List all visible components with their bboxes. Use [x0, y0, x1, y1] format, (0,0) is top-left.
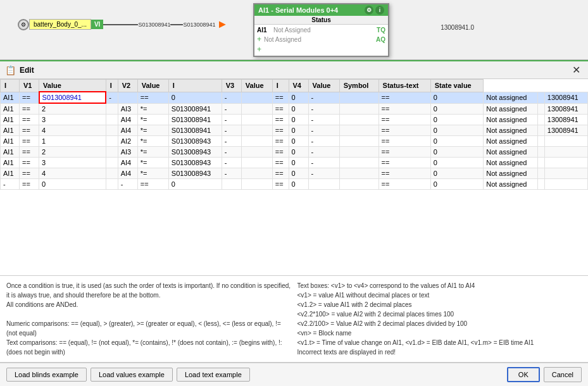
top-diagram-area: ⚙ battery_Body_0_... VI S013008941 S0130…	[0, 0, 588, 60]
module-rows: AI1 Not Assigned TQ + Not Assigned AQ +	[254, 25, 388, 56]
table-row[interactable]: AI1==3AI4*=S013008943-==0-==0Not assigne…	[1, 158, 588, 168]
table-container[interactable]: I V1 Value I V2 Value I V3 Value I V4 Va…	[0, 79, 588, 276]
cell-val2: S013008943	[168, 136, 222, 147]
cell-v2	[118, 92, 137, 103]
col-header-val2: Value	[137, 80, 168, 92]
cell-op1: ==	[19, 103, 39, 115]
cell-flag1	[106, 168, 118, 179]
cell-v4	[339, 92, 378, 103]
cell-symbol: Not assigned	[484, 158, 538, 168]
col-header-symbol: Symbol	[339, 80, 378, 92]
cell-op3: ==	[272, 115, 289, 125]
node-right-value: 13008941.0	[441, 24, 474, 31]
cell-val1: 3	[39, 115, 106, 125]
module-info-icon[interactable]: i	[375, 6, 384, 15]
cell-op1: ==	[19, 158, 39, 168]
col-header-v2: V2	[118, 80, 137, 92]
load-text-button[interactable]: Load text example	[177, 368, 250, 382]
module-row1-value: Not Assigned	[273, 27, 374, 34]
table-row[interactable]: -==0-==0==0==0Not assigned	[1, 179, 588, 190]
cell-val3: 0	[289, 125, 308, 136]
cell-op3: ==	[272, 103, 289, 115]
cell-op4: ==	[378, 158, 430, 168]
module-row-3: +	[257, 44, 385, 54]
table-row[interactable]: AI1==2AI3*=S013008941-==0-==0Not assigne…	[1, 103, 588, 115]
cell-v2: AI4	[118, 125, 137, 136]
cell-state-val	[544, 179, 587, 190]
cell-val2: S013008941	[168, 125, 222, 136]
cell-flag2: -	[222, 168, 241, 179]
cell-v4	[339, 179, 378, 190]
cell-flag2: -	[222, 147, 241, 158]
cell-op3: ==	[272, 136, 289, 147]
table-row[interactable]: AI1==2AI3*=S013008943-==0-==0Not assigne…	[1, 147, 588, 158]
cell-symbol: Not assigned	[484, 136, 538, 147]
cell-flag1	[106, 179, 118, 190]
load-values-button[interactable]: Load values example	[91, 368, 173, 382]
module-plus-icon: +	[257, 35, 261, 44]
ok-button[interactable]: OK	[507, 367, 540, 382]
gear-icon[interactable]: ⚙	[18, 19, 29, 30]
cell-val3: 0	[289, 168, 308, 179]
cell-op1: ==	[19, 115, 39, 125]
cell-flag1	[106, 125, 118, 136]
cell-flag3: -	[308, 136, 339, 147]
cell-val2: S013008943	[168, 158, 222, 168]
cell-val1: 4	[39, 125, 106, 136]
cell-status-text	[538, 125, 545, 136]
cell-v1: AI1	[1, 136, 20, 147]
module-row1-label: AI1	[257, 27, 271, 34]
cell-val1: 2	[39, 103, 106, 115]
cell-flag1	[106, 115, 118, 125]
cell-flag3: -	[308, 103, 339, 115]
cell-v3	[241, 158, 272, 168]
cell-val1[interactable]	[39, 92, 106, 103]
cell-symbol: Not assigned	[484, 115, 538, 125]
module-row-2: + Not Assigned AQ	[257, 34, 385, 44]
cell-state-val: 13008941	[544, 103, 587, 115]
module-gear-icon[interactable]: ⚙	[365, 6, 373, 15]
cell-v3	[241, 147, 272, 158]
cell-v1: -	[1, 179, 20, 190]
cell-val3: 0	[289, 92, 308, 103]
module-row2-aq: AQ	[376, 36, 385, 43]
table-row[interactable]: AI1==-==0-==0-==0Not assigned13008941	[1, 92, 588, 103]
table-row[interactable]: AI1==4AI4*=S013008943-==0-==0Not assigne…	[1, 168, 588, 179]
cancel-button[interactable]: Cancel	[544, 367, 582, 382]
cell-val3: 0	[289, 147, 308, 158]
cell-val2: 0	[168, 179, 222, 190]
cell-val2: S013008943	[168, 168, 222, 179]
load-blinds-button[interactable]: Load blinds example	[6, 368, 87, 382]
cell-status-text	[538, 158, 545, 168]
cell-v2: AI3	[118, 147, 137, 158]
cell-v3	[241, 179, 272, 190]
cell-v2: AI2	[118, 136, 137, 147]
info-panel: Once a condition is true, it is used (as…	[0, 276, 588, 363]
table-row[interactable]: AI1==1AI2*=S013008943-==0-==0Not assigne…	[1, 136, 588, 147]
dialog-title-text: Edit	[20, 66, 34, 75]
cell-flag2: -	[222, 92, 241, 103]
cell-state-val: 13008941	[544, 92, 587, 103]
button-group-left: Load blinds example Load values example …	[6, 368, 250, 382]
close-button[interactable]: ✕	[570, 64, 583, 76]
cell-val1: 2	[39, 147, 106, 158]
cell-val4: 0	[430, 168, 484, 179]
col-header-i4: I	[272, 80, 289, 92]
cell-op2: ==	[137, 92, 168, 103]
module-row2-value: Not Assigned	[264, 36, 373, 43]
module-box: AI1 - Serial Modules 0+4 ⚙ i Status AI1 …	[253, 3, 389, 57]
table-row[interactable]: AI1==3AI4*=S013008941-==0-==0Not assigne…	[1, 115, 588, 125]
cell-state-val	[544, 158, 587, 168]
val1-input[interactable]	[42, 94, 93, 101]
cell-symbol: Not assigned	[484, 125, 538, 136]
cell-op4: ==	[378, 92, 430, 103]
cell-flag2: -	[222, 136, 241, 147]
cell-flag2: -	[222, 103, 241, 115]
cell-v3	[241, 115, 272, 125]
cell-op3: ==	[272, 168, 289, 179]
cell-v3	[241, 92, 272, 103]
dialog-title-icon: 📋	[5, 65, 16, 75]
cell-flag3: -	[308, 147, 339, 158]
table-row[interactable]: AI1==4AI4*=S013008941-==0-==0Not assigne…	[1, 125, 588, 136]
col-header-status-text: Status-text	[378, 80, 430, 92]
